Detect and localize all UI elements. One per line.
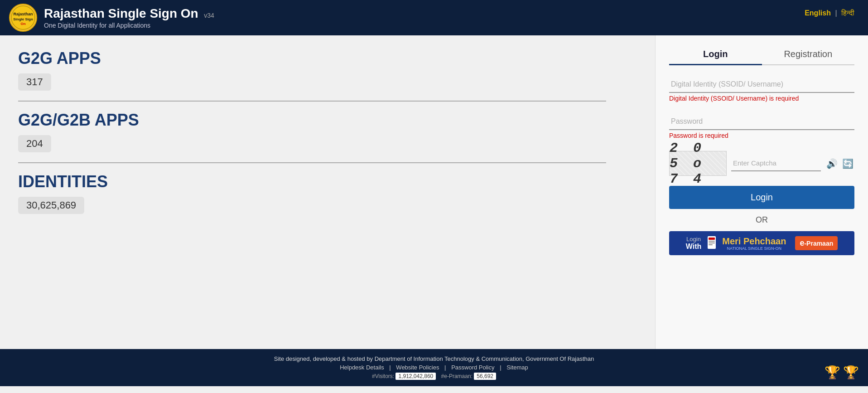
header-title-block: Rajasthan Single Sign On v34 One Digital… [44, 6, 859, 29]
pehchaan-brand-block: Meri Pehchaan NATIONAL SINGLE SIGN-ON [722, 236, 786, 251]
g2g-g2b-apps-section: G2G/G2B APPS 204 [18, 111, 637, 152]
site-logo: Rajasthan Single Sign On [9, 4, 37, 32]
left-panel: G2G APPS 317 G2G/G2B APPS 204 IDENTITIES… [0, 35, 655, 349]
g2g-apps-section: G2G APPS 317 [18, 49, 637, 91]
g2g-apps-count: 317 [18, 73, 51, 91]
svg-rect-6 [709, 241, 715, 242]
auth-tabs: Login Registration [669, 44, 854, 65]
sitemap-link[interactable]: Sitemap [506, 364, 528, 371]
password-field-group: Password is required [669, 114, 854, 139]
footer-stats: #Visitors: 1,912,042,860 #e-Pramaan: 56,… [9, 373, 859, 380]
captcha-row: 2 0 5 o 7 4 🔊 🔄 [669, 151, 854, 176]
main-container: G2G APPS 317 G2G/G2B APPS 204 IDENTITIES… [0, 35, 868, 349]
svg-rect-7 [709, 243, 715, 243]
identities-section: IDENTITIES 30,625,869 [18, 172, 637, 214]
tab-login[interactable]: Login [669, 44, 762, 65]
username-error: Digital Identity (SSOID/ Username) is re… [669, 95, 854, 102]
svg-rect-5 [709, 238, 715, 240]
pehchaan-login-text: Login With [686, 236, 702, 251]
footer-line1: Site designed, developed & hosted by Dep… [9, 355, 859, 362]
header-language-switcher[interactable]: English | हिन्दी [805, 9, 854, 17]
pehchaan-inner: Login With Meri Pehchaan NATIONAL SINGLE… [686, 236, 838, 251]
captcha-audio-button[interactable]: 🔊 [825, 157, 839, 170]
footer-links: Helpdesk Details | Website Policies | Pa… [9, 364, 859, 371]
username-field-group: Digital Identity (SSOID/ Username) is re… [669, 77, 854, 102]
lang-english-link[interactable]: English [805, 9, 831, 17]
captcha-input[interactable] [731, 155, 821, 171]
website-policies-link[interactable]: Website Policies [396, 364, 439, 371]
g2g-g2b-apps-title: G2G/G2B APPS [18, 111, 637, 130]
or-divider: OR [669, 215, 854, 225]
header: Rajasthan Single Sign On Rajasthan Singl… [0, 0, 868, 35]
pehchaan-login-button[interactable]: Login With Meri Pehchaan NATIONAL SINGLE… [669, 231, 854, 255]
header-title: Rajasthan Single Sign On v34 [44, 6, 859, 21]
divider-2 [18, 162, 606, 163]
password-error: Password is required [669, 132, 854, 139]
captcha-controls: 🔊 🔄 [825, 157, 854, 170]
footer: Site designed, developed & hosted by Dep… [0, 349, 868, 386]
captcha-refresh-button[interactable]: 🔄 [841, 157, 854, 170]
trophy-icon-1: 🏆 [825, 365, 840, 380]
svg-text:Single Sign: Single Sign [13, 17, 33, 21]
helpdesk-link[interactable]: Helpdesk Details [340, 364, 384, 371]
visitors-count: 1,912,042,860 [395, 373, 436, 380]
epramaan-label: #e-Pramaan: [441, 373, 473, 379]
tab-registration[interactable]: Registration [762, 44, 855, 64]
divider-1 [18, 101, 606, 102]
captcha-image: 2 0 5 o 7 4 [669, 151, 727, 176]
svg-text:Rajasthan: Rajasthan [13, 12, 33, 16]
identities-title: IDENTITIES [18, 172, 637, 191]
visitors-label: #Visitors: [372, 373, 394, 379]
password-policy-link[interactable]: Password Policy [451, 364, 494, 371]
password-input[interactable] [669, 114, 854, 130]
pehchaan-logo-icon [707, 236, 717, 250]
svg-rect-8 [709, 244, 713, 245]
lang-separator: | [835, 9, 837, 17]
lang-hindi-link[interactable]: हिन्दी [841, 9, 854, 17]
trophy-area: 🏆 🏆 [825, 365, 859, 380]
identities-count: 30,625,869 [18, 197, 84, 214]
g2g-apps-title: G2G APPS [18, 49, 637, 68]
svg-text:On: On [20, 22, 25, 26]
header-subtitle: One Digital Identity for all Application… [44, 22, 859, 29]
pehchaan-e-pramaan-badge: e-Pramaan [795, 236, 838, 250]
username-input[interactable] [669, 77, 854, 93]
login-button[interactable]: Login [669, 186, 854, 209]
epramaan-count: 56,692 [474, 373, 496, 380]
trophy-icon-2: 🏆 [843, 365, 859, 380]
right-panel: Login Registration Digital Identity (SSO… [655, 35, 868, 349]
g2g-g2b-apps-count: 204 [18, 135, 51, 152]
